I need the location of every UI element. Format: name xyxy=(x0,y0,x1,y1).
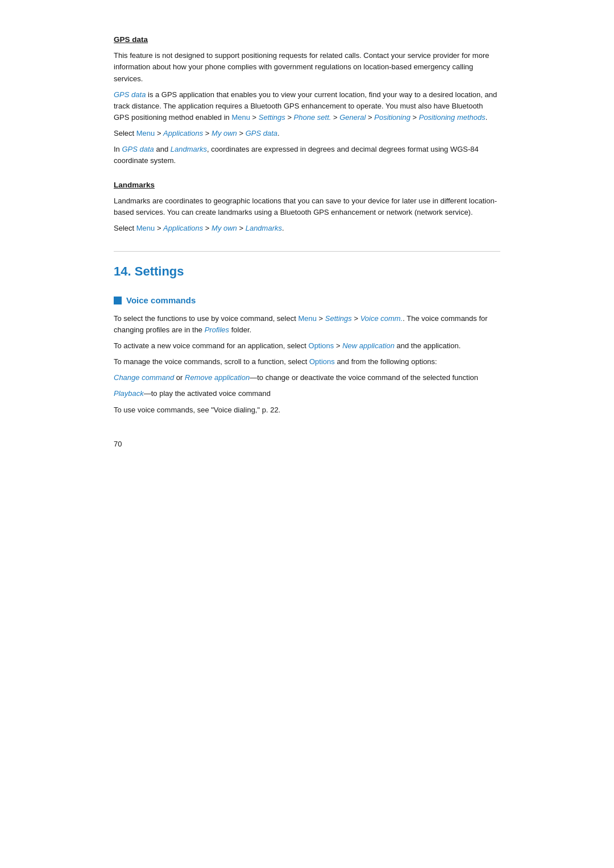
my-own-link-1[interactable]: My own xyxy=(211,129,237,137)
playback-link[interactable]: Playback xyxy=(114,389,144,398)
settings-link-1[interactable]: Settings xyxy=(259,113,285,122)
voice-commands-title: Voice commands xyxy=(126,294,196,307)
positioning-methods-link[interactable]: Positioning methods xyxy=(419,113,486,122)
applications-link-2[interactable]: Applications xyxy=(163,224,203,232)
options-ref-1: Options xyxy=(309,341,334,350)
change-command-link[interactable]: Change command xyxy=(114,373,174,382)
chapter-title: 14. Settings xyxy=(114,262,500,281)
chapter-14: 14. Settings Voice commands To select th… xyxy=(114,251,500,415)
settings-link-2[interactable]: Settings xyxy=(325,314,352,323)
menu-ref-1: Menu xyxy=(231,113,250,122)
applications-link-1[interactable]: Applications xyxy=(163,129,203,137)
positioning-link[interactable]: Positioning xyxy=(374,113,410,122)
voice-commands-para-2: To activate a new voice command for an a… xyxy=(114,340,500,352)
voice-commands-para-3: To manage the voice commands, scroll to … xyxy=(114,356,500,368)
chapter-divider xyxy=(114,251,500,252)
gps-data-para-2: GPS data is a GPS application that enabl… xyxy=(114,89,500,123)
landmarks-para-1: Landmarks are coordinates to geographic … xyxy=(114,195,500,218)
landmarks-link-2[interactable]: Landmarks xyxy=(246,224,282,232)
voice-commands-para-4: Change command or Remove application—to … xyxy=(114,372,500,383)
my-own-link-2[interactable]: My own xyxy=(211,224,237,232)
page-number: 70 xyxy=(114,439,500,450)
general-link[interactable]: General xyxy=(339,113,366,122)
options-ref-2: Options xyxy=(309,357,335,366)
phone-sett-link[interactable]: Phone sett. xyxy=(294,113,331,122)
new-application-link[interactable]: New application xyxy=(342,341,395,350)
landmarks-section: Landmarks Landmarks are coordinates to g… xyxy=(114,180,500,235)
gps-data-para-3: Select Menu > Applications > My own > GP… xyxy=(114,128,500,139)
landmarks-para-2: Select Menu > Applications > My own > La… xyxy=(114,223,500,234)
gps-data-link-1[interactable]: GPS data xyxy=(114,90,146,99)
gps-data-para-4: In GPS data and Landmarks, coordinates a… xyxy=(114,144,500,166)
voice-commands-para-5: Playback—to play the activated voice com… xyxy=(114,388,500,399)
gps-data-para-1: This feature is not designed to support … xyxy=(114,50,500,84)
menu-ref-4: Menu xyxy=(298,314,317,323)
voice-commands-para-1: To select the functions to use by voice … xyxy=(114,313,500,336)
gps-data-link-2[interactable]: GPS data xyxy=(246,129,277,137)
voice-comm-link[interactable]: Voice comm. xyxy=(360,314,403,323)
landmarks-heading: Landmarks xyxy=(114,180,500,191)
remove-application-link[interactable]: Remove application xyxy=(185,373,250,382)
voice-commands-section: Voice commands To select the functions t… xyxy=(114,294,500,415)
section-square-icon xyxy=(114,297,122,304)
voice-commands-heading-container: Voice commands xyxy=(114,294,500,307)
menu-ref-2: Menu xyxy=(136,129,155,137)
menu-ref-3: Menu xyxy=(136,224,155,232)
profiles-link[interactable]: Profiles xyxy=(205,326,229,334)
voice-commands-para-6: To use voice commands, see "Voice dialin… xyxy=(114,404,500,416)
gps-data-section: GPS data This feature is not designed to… xyxy=(114,34,500,167)
landmarks-link-1[interactable]: Landmarks xyxy=(171,145,207,153)
gps-data-link-3[interactable]: GPS data xyxy=(122,145,154,153)
gps-data-heading: GPS data xyxy=(114,34,500,45)
